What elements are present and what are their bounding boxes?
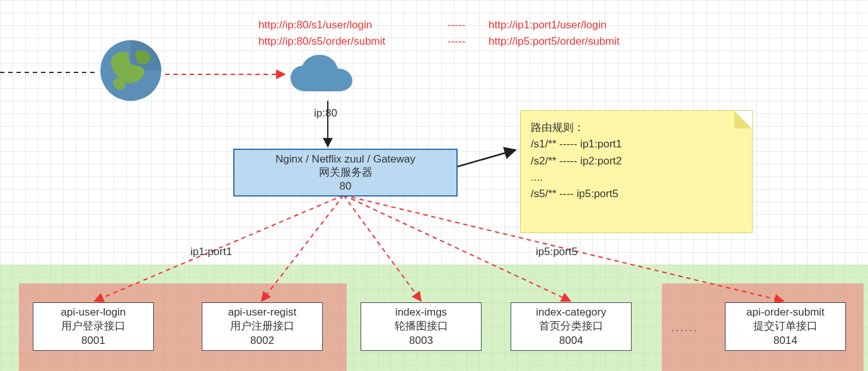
service-desc: 用户注册接口 xyxy=(230,319,294,333)
gateway-title: 网关服务器 xyxy=(319,166,373,179)
service-port: 8003 xyxy=(409,334,433,348)
service-name: api-order-submit xyxy=(746,305,825,319)
service-name: api-user-regist xyxy=(228,305,297,319)
note-title: 路由规则： xyxy=(531,120,742,136)
service-api-user-regist: api-user-regist 用户注册接口 8002 xyxy=(202,302,323,351)
service-api-order-submit: api-order-submit 提交订单接口 8014 xyxy=(725,302,846,351)
url-after-2: http://ip5:port5/order/submit xyxy=(489,35,620,48)
service-index-category: index-category 首页分类接口 8004 xyxy=(511,302,632,351)
note-rule-5: /s5/** ---- ip5:port5 xyxy=(531,186,742,202)
service-port: 8004 xyxy=(559,334,583,348)
note-rule-1: /s1/** ----- ip1:port1 xyxy=(531,136,742,152)
service-api-user-login: api-user-login 用户登录接口 8001 xyxy=(33,302,154,351)
edge-label-ip5: ip5:port5 xyxy=(536,246,577,258)
note-rule-ellipsis: .... xyxy=(531,169,742,186)
service-port: 8014 xyxy=(773,334,797,348)
service-desc: 用户登录接口 xyxy=(61,319,125,333)
service-name: api-user-login xyxy=(61,305,126,319)
edge-label-ip1: ip1:port1 xyxy=(190,246,232,258)
service-desc: 首页分类接口 xyxy=(539,319,603,333)
service-name: index-category xyxy=(536,305,606,319)
service-desc: 轮播图接口 xyxy=(395,319,448,333)
service-desc: 提交订单接口 xyxy=(753,319,818,333)
services-ellipsis: ...... xyxy=(671,321,698,334)
cloud-address-label: ip:80 xyxy=(314,107,337,120)
url-before-1: http://ip:80/s1/user/login xyxy=(258,19,373,31)
globe-icon xyxy=(98,37,164,107)
url-dash-1: ----- xyxy=(448,19,465,31)
service-index-imgs: index-imgs 轮播图接口 8003 xyxy=(361,302,482,351)
gateway-tech: Nginx / Netflix zuul / Gateway xyxy=(275,152,415,166)
gateway-port: 80 xyxy=(340,180,352,193)
cloud-icon xyxy=(287,54,356,101)
note-rule-2: /s2/** ----- ip2:port2 xyxy=(531,153,742,169)
service-name: index-imgs xyxy=(395,305,447,319)
routing-rules-note: 路由规则： /s1/** ----- ip1:port1 /s2/** ----… xyxy=(520,110,753,233)
service-port: 8002 xyxy=(250,334,274,348)
service-port: 8001 xyxy=(81,334,105,348)
gateway-box: Nginx / Netflix zuul / Gateway 网关服务器 80 xyxy=(233,149,458,197)
url-after-1: http://ip1:port1/user/login xyxy=(489,19,606,31)
url-dash-2: ----- xyxy=(448,35,465,48)
url-before-2: http://ip:80/s5/order/submit xyxy=(258,35,385,48)
